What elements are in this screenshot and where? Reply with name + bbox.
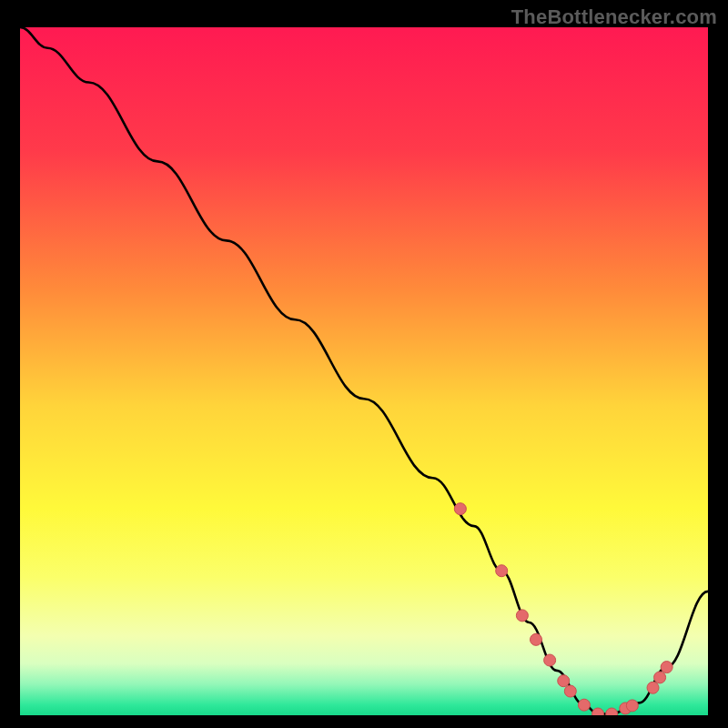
bottleneck-chart [20,27,708,715]
gradient-background [20,27,708,715]
data-marker [626,700,638,712]
data-marker [654,672,666,683]
watermark-text: TheBottlenecker.com [511,5,717,29]
chart-frame: TheBottlenecker.com [0,0,728,728]
data-marker [647,682,659,693]
data-marker [592,708,604,715]
data-marker [661,662,672,673]
chart-svg [20,27,708,715]
data-marker [578,699,590,711]
data-marker [496,565,508,577]
data-marker [544,654,556,666]
data-marker [606,708,618,715]
data-marker [531,633,542,645]
data-marker [558,675,570,687]
data-marker [454,503,466,515]
data-marker [516,610,528,622]
data-marker [564,685,576,697]
